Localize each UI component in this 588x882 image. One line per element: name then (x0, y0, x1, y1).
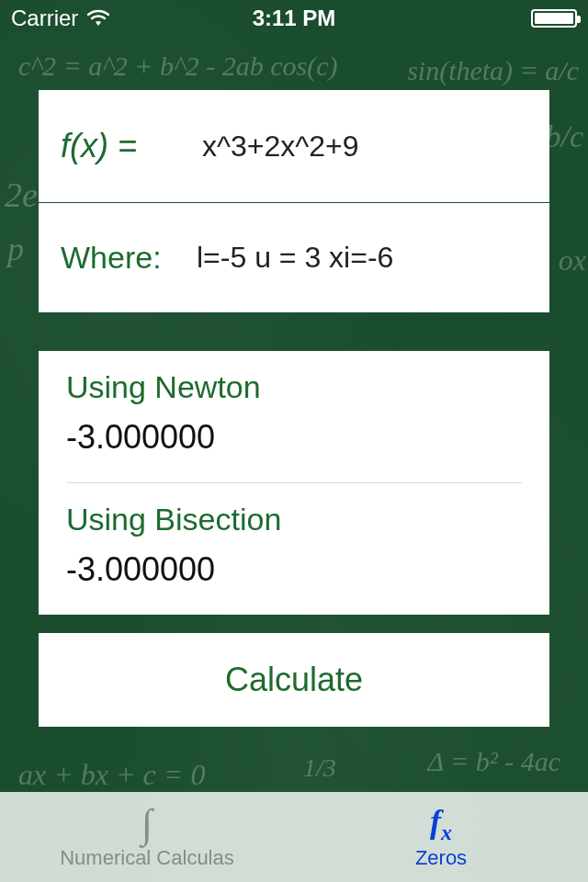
bisection-label: Using Bisection (66, 502, 522, 537)
fx-input[interactable] (202, 130, 571, 164)
tab-label: Zeros (415, 846, 467, 870)
where-label: Where: (61, 240, 171, 276)
where-input[interactable] (197, 241, 565, 275)
fx-label: f(x) = (61, 127, 169, 165)
main-content: f(x) = Where: Using Newton -3.000000 Usi… (0, 37, 588, 792)
where-row: Where: (39, 202, 549, 312)
carrier-label: Carrier (11, 6, 78, 31)
results-card: Using Newton -3.000000 Using Bisection -… (39, 351, 549, 615)
bisection-value: -3.000000 (66, 550, 522, 589)
status-bar: Carrier 3:11 PM (0, 0, 588, 37)
app-screen: c^2 = a^2 + b^2 - 2ab cos(c) sin(theta) … (0, 0, 588, 882)
integral-icon: ∫ (141, 804, 153, 844)
input-card: f(x) = Where: (39, 90, 549, 312)
wifi-icon (85, 9, 111, 28)
tab-numerical-calculas[interactable]: ∫ Numerical Calculas (0, 792, 294, 882)
tab-label: Numerical Calculas (60, 846, 234, 870)
fx-icon: fx (430, 804, 452, 844)
fx-row: f(x) = (39, 90, 549, 202)
calculate-button[interactable]: Calculate (39, 633, 549, 727)
tab-zeros[interactable]: fx Zeros (294, 792, 588, 882)
newton-label: Using Newton (66, 369, 522, 405)
newton-value: -3.000000 (66, 418, 522, 457)
status-left: Carrier (11, 6, 111, 31)
newton-result: Using Newton -3.000000 (66, 351, 522, 482)
bisection-result: Using Bisection -3.000000 (66, 482, 522, 615)
battery-icon (531, 9, 577, 28)
status-time: 3:11 PM (253, 6, 336, 31)
tab-bar: ∫ Numerical Calculas fx Zeros (0, 792, 588, 882)
